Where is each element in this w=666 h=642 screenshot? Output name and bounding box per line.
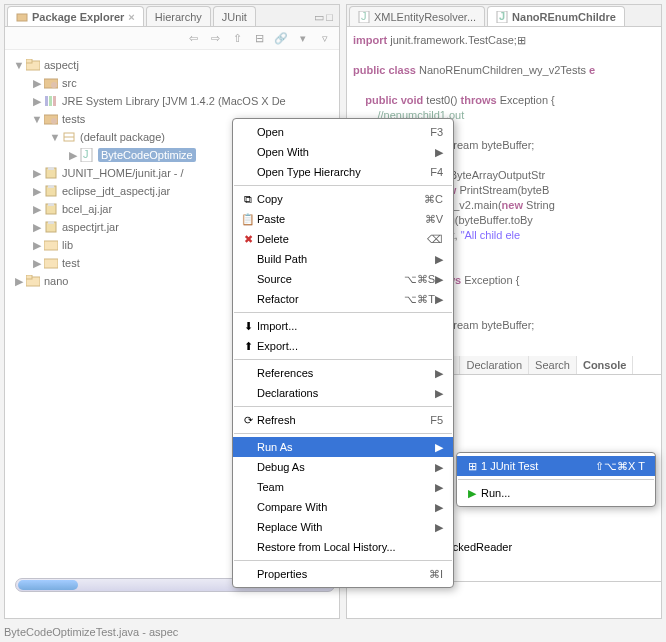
bottom-tab[interactable]: Declaration — [460, 356, 529, 374]
menu-item[interactable]: ✖Delete⌫ — [233, 229, 453, 249]
menu-shortcut: ⌘I — [429, 568, 443, 581]
tree-arrow-icon[interactable]: ▶ — [31, 203, 43, 216]
tab-xml-entity-resolver[interactable]: J XMLEntityResolver... — [349, 6, 485, 26]
scrollbar-thumb[interactable] — [18, 580, 78, 590]
menu-separator — [234, 312, 452, 313]
tree-arrow-icon[interactable]: ▶ — [31, 257, 43, 270]
tree-arrow-icon[interactable]: ▶ — [31, 95, 43, 108]
tree-item[interactable]: ▶JRE System Library [JVM 1.4.2 (MacOS X … — [9, 92, 335, 110]
submenu-arrow-icon: ▶ — [435, 481, 443, 494]
context-menu[interactable]: OpenF3Open With▶Open Type HierarchyF4⧉Co… — [232, 118, 454, 588]
tree-arrow-icon[interactable]: ▶ — [13, 275, 25, 288]
forward-icon[interactable]: ⇨ — [207, 30, 223, 46]
submenu-arrow-icon: ▶ — [435, 521, 443, 534]
menu-item[interactable]: Declarations▶ — [233, 383, 453, 403]
svg-text:J: J — [361, 11, 367, 22]
run-icon: ▶ — [463, 487, 481, 500]
menu-item[interactable]: Open With▶ — [233, 142, 453, 162]
tree-arrow-icon[interactable]: ▼ — [13, 59, 25, 71]
tab-nano-renum-children[interactable]: J NanoREnumChildre — [487, 6, 625, 26]
svg-rect-5 — [45, 96, 48, 106]
menu-item[interactable]: Run As▶ — [233, 437, 453, 457]
menu-item[interactable]: OpenF3 — [233, 122, 453, 142]
svg-rect-17 — [48, 185, 54, 188]
tab-hierarchy[interactable]: Hierarchy — [146, 6, 211, 26]
menu-shortcut: F5 — [430, 414, 443, 426]
menu-item[interactable]: ⬆Export... — [233, 336, 453, 356]
run-as-submenu[interactable]: ⊞1 JUnit Test⇧⌥⌘X T▶Run... — [456, 452, 656, 507]
tree-item[interactable]: ▶src — [9, 74, 335, 92]
menu-shortcut: ⌫ — [427, 233, 443, 246]
library-icon — [43, 95, 59, 107]
menu-item[interactable]: ⬇Import... — [233, 316, 453, 336]
svg-point-4 — [51, 82, 57, 88]
filter-icon[interactable]: ▾ — [295, 30, 311, 46]
svg-rect-2 — [26, 59, 32, 63]
menu-separator — [234, 406, 452, 407]
maximize-icon[interactable]: □ — [326, 11, 333, 24]
tab-package-explorer[interactable]: Package Explorer × — [7, 6, 144, 26]
menu-shortcut: F3 — [430, 126, 443, 138]
menu-item[interactable]: Restore from Local History... — [233, 537, 453, 557]
tree-item[interactable]: ▼aspectj — [9, 56, 335, 74]
tab-junit[interactable]: JUnit — [213, 6, 256, 26]
menu-item-label: Open — [257, 126, 430, 138]
editor-tabs: J XMLEntityResolver... J NanoREnumChildr… — [347, 5, 661, 27]
folder-src-icon — [43, 77, 59, 89]
import-icon: ⬇ — [239, 320, 257, 333]
tree-arrow-icon[interactable]: ▶ — [67, 149, 79, 162]
bottom-tab[interactable]: Console — [577, 356, 633, 374]
menu-item[interactable]: ⧉Copy⌘C — [233, 189, 453, 209]
menu-item[interactable]: Refactor⌥⌘T▶ — [233, 289, 453, 309]
submenu-arrow-icon: ▶ — [435, 367, 443, 380]
bottom-tab[interactable]: Search — [529, 356, 577, 374]
collapse-all-icon[interactable]: ⊟ — [251, 30, 267, 46]
menu-item[interactable]: Team▶ — [233, 477, 453, 497]
left-tabs: Package Explorer × Hierarchy JUnit ▭ □ — [5, 5, 339, 27]
menu-item[interactable]: Compare With▶ — [233, 497, 453, 517]
tree-item-label: tests — [62, 113, 85, 125]
copy-icon: ⧉ — [239, 193, 257, 206]
tree-arrow-icon[interactable]: ▶ — [31, 167, 43, 180]
package-explorer-icon — [16, 11, 28, 23]
menu-item[interactable]: Replace With▶ — [233, 517, 453, 537]
tree-arrow-icon[interactable]: ▶ — [31, 185, 43, 198]
close-icon[interactable]: × — [128, 11, 134, 23]
back-icon[interactable]: ⇦ — [185, 30, 201, 46]
tree-arrow-icon[interactable]: ▶ — [31, 221, 43, 234]
menu-item[interactable]: 📋Paste⌘V — [233, 209, 453, 229]
project-icon — [25, 275, 41, 287]
menu-item[interactable]: Source⌥⌘S▶ — [233, 269, 453, 289]
menu-item[interactable]: Build Path▶ — [233, 249, 453, 269]
tree-arrow-icon[interactable]: ▼ — [49, 131, 61, 143]
submenu-arrow-icon: ▶ — [435, 387, 443, 400]
java-file-icon: J — [79, 148, 95, 162]
minimize-icon[interactable]: ▭ — [314, 11, 324, 24]
jar-icon — [43, 185, 59, 197]
tree-item-label: (default package) — [80, 131, 165, 143]
menu-item[interactable]: References▶ — [233, 363, 453, 383]
tree-item-label: JUNIT_HOME/junit.jar - / — [62, 167, 184, 179]
tree-arrow-icon[interactable]: ▶ — [31, 239, 43, 252]
svg-rect-6 — [49, 96, 52, 106]
view-menu-icon[interactable]: ▿ — [317, 30, 333, 46]
tree-arrow-icon[interactable]: ▼ — [31, 113, 43, 125]
tree-item-label: ByteCodeOptimize — [98, 148, 196, 162]
tree-arrow-icon[interactable]: ▶ — [31, 77, 43, 90]
up-icon[interactable]: ⇧ — [229, 30, 245, 46]
tree-item-label: lib — [62, 239, 73, 251]
menu-item[interactable]: ⊞1 JUnit Test⇧⌥⌘X T — [457, 456, 655, 476]
menu-item[interactable]: ⟳RefreshF5 — [233, 410, 453, 430]
link-icon[interactable]: 🔗 — [273, 30, 289, 46]
menu-shortcut: F4 — [430, 166, 443, 178]
menu-item-label: Debug As — [257, 461, 435, 473]
submenu-arrow-icon: ▶ — [435, 146, 443, 159]
refresh-icon: ⟳ — [239, 414, 257, 427]
menu-shortcut: ⌘V — [425, 213, 443, 226]
menu-item[interactable]: Debug As▶ — [233, 457, 453, 477]
menu-item-label: Refresh — [257, 414, 430, 426]
menu-item[interactable]: Open Type HierarchyF4 — [233, 162, 453, 182]
tree-item-label: test — [62, 257, 80, 269]
menu-item[interactable]: ▶Run... — [457, 483, 655, 503]
menu-item[interactable]: Properties⌘I — [233, 564, 453, 584]
